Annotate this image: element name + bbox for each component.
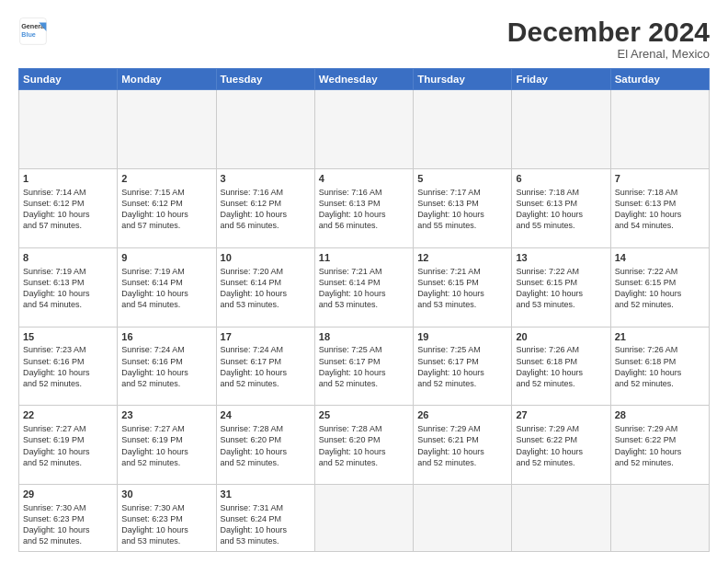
table-row — [414, 485, 512, 552]
daylight-line2: and 52 minutes. — [121, 458, 180, 467]
sunset: Sunset: 6:22 PM — [516, 435, 577, 444]
table-row: 21Sunrise: 7:26 AMSunset: 6:18 PMDayligh… — [610, 327, 709, 406]
sunset: Sunset: 6:13 PM — [615, 199, 677, 208]
day-number: 17 — [221, 330, 311, 344]
table-row: 7Sunrise: 7:18 AMSunset: 6:13 PMDaylight… — [610, 168, 709, 247]
sunrise: Sunrise: 7:29 AM — [516, 424, 579, 433]
daylight-line1: Daylight: 10 hours — [319, 210, 386, 219]
sunrise: Sunrise: 7:28 AM — [319, 424, 382, 433]
daylight-line2: and 52 minutes. — [319, 458, 378, 467]
day-number: 28 — [615, 408, 705, 422]
table-row: 10Sunrise: 7:20 AMSunset: 6:14 PMDayligh… — [216, 247, 314, 327]
sunset: Sunset: 6:18 PM — [516, 357, 577, 366]
sunrise: Sunrise: 7:20 AM — [221, 267, 284, 276]
sunrise: Sunrise: 7:23 AM — [23, 345, 86, 354]
sunset: Sunset: 6:19 PM — [121, 435, 183, 444]
daylight-line1: Daylight: 10 hours — [23, 210, 90, 219]
day-number: 2 — [121, 172, 211, 186]
daylight-line2: and 54 minutes. — [615, 221, 674, 230]
table-row: 27Sunrise: 7:29 AMSunset: 6:22 PMDayligh… — [512, 406, 610, 485]
daylight-line2: and 57 minutes. — [121, 221, 180, 230]
day-number: 21 — [615, 330, 705, 344]
table-row: 31Sunrise: 7:31 AMSunset: 6:24 PMDayligh… — [216, 485, 314, 552]
day-number: 16 — [121, 330, 211, 344]
daylight-line2: and 55 minutes. — [417, 221, 476, 230]
title-block: December 2024 El Arenal, Mexico — [507, 17, 710, 61]
sunset: Sunset: 6:12 PM — [23, 199, 85, 208]
svg-text:Blue: Blue — [21, 30, 36, 39]
day-number: 26 — [417, 408, 507, 422]
sunrise: Sunrise: 7:16 AM — [221, 188, 284, 197]
day-number: 11 — [319, 251, 409, 265]
day-number: 9 — [121, 251, 211, 265]
daylight-line1: Daylight: 10 hours — [121, 368, 188, 377]
table-row — [512, 485, 610, 552]
sunset: Sunset: 6:15 PM — [516, 278, 577, 287]
daylight-line1: Daylight: 10 hours — [417, 289, 484, 298]
daylight-line1: Daylight: 10 hours — [417, 210, 484, 219]
table-row: 5Sunrise: 7:17 AMSunset: 6:13 PMDaylight… — [414, 168, 512, 247]
table-row: 4Sunrise: 7:16 AMSunset: 6:13 PMDaylight… — [314, 168, 413, 247]
sunset: Sunset: 6:19 PM — [23, 435, 85, 444]
sunset: Sunset: 6:14 PM — [319, 278, 381, 287]
calendar-row: 1Sunrise: 7:14 AMSunset: 6:12 PMDaylight… — [19, 168, 710, 247]
sunrise: Sunrise: 7:30 AM — [23, 503, 86, 512]
daylight-line2: and 52 minutes. — [121, 379, 180, 388]
sunset: Sunset: 6:15 PM — [615, 278, 677, 287]
table-row: 11Sunrise: 7:21 AMSunset: 6:14 PMDayligh… — [314, 247, 413, 327]
daylight-line2: and 52 minutes. — [221, 458, 279, 467]
sunrise: Sunrise: 7:25 AM — [319, 345, 382, 354]
sunset: Sunset: 6:20 PM — [319, 435, 381, 444]
table-row — [118, 90, 216, 169]
day-number: 20 — [516, 330, 606, 344]
daylight-line2: and 57 minutes. — [23, 221, 82, 230]
daylight-line2: and 53 minutes. — [221, 300, 279, 309]
daylight-line2: and 56 minutes. — [319, 221, 378, 230]
sunrise: Sunrise: 7:16 AM — [319, 188, 382, 197]
daylight-line2: and 52 minutes. — [615, 458, 674, 467]
daylight-line1: Daylight: 10 hours — [121, 525, 188, 534]
day-number: 12 — [417, 251, 507, 265]
sunset: Sunset: 6:13 PM — [516, 199, 577, 208]
daylight-line2: and 53 minutes. — [221, 536, 279, 546]
table-row: 15Sunrise: 7:23 AMSunset: 6:16 PMDayligh… — [19, 327, 118, 406]
table-row: 12Sunrise: 7:21 AMSunset: 6:15 PMDayligh… — [414, 247, 512, 327]
day-number: 31 — [221, 488, 311, 501]
table-row: 16Sunrise: 7:24 AMSunset: 6:16 PMDayligh… — [118, 327, 216, 406]
daylight-line1: Daylight: 10 hours — [221, 525, 288, 534]
calendar-row: 8Sunrise: 7:19 AMSunset: 6:13 PMDaylight… — [19, 247, 710, 327]
sunset: Sunset: 6:13 PM — [23, 278, 85, 287]
table-row: 23Sunrise: 7:27 AMSunset: 6:19 PMDayligh… — [118, 406, 216, 485]
sunrise: Sunrise: 7:29 AM — [615, 424, 678, 433]
sunrise: Sunrise: 7:19 AM — [23, 267, 86, 276]
col-wednesday: Wednesday — [314, 69, 413, 90]
sunset: Sunset: 6:20 PM — [221, 435, 282, 444]
table-row: 8Sunrise: 7:19 AMSunset: 6:13 PMDaylight… — [19, 247, 118, 327]
table-row: 14Sunrise: 7:22 AMSunset: 6:15 PMDayligh… — [610, 247, 709, 327]
sunset: Sunset: 6:24 PM — [221, 514, 282, 523]
day-number: 22 — [23, 408, 113, 422]
sunset: Sunset: 6:18 PM — [615, 357, 677, 366]
table-row: 18Sunrise: 7:25 AMSunset: 6:17 PMDayligh… — [314, 327, 413, 406]
sunset: Sunset: 6:23 PM — [23, 514, 85, 523]
sunrise: Sunrise: 7:15 AM — [121, 188, 185, 197]
sunrise: Sunrise: 7:29 AM — [417, 424, 481, 433]
table-row: 3Sunrise: 7:16 AMSunset: 6:12 PMDaylight… — [216, 168, 314, 247]
table-row: 22Sunrise: 7:27 AMSunset: 6:19 PMDayligh… — [19, 406, 118, 485]
daylight-line2: and 52 minutes. — [23, 536, 82, 546]
daylight-line2: and 53 minutes. — [417, 300, 476, 309]
daylight-line1: Daylight: 10 hours — [23, 368, 90, 377]
table-row: 13Sunrise: 7:22 AMSunset: 6:15 PMDayligh… — [512, 247, 610, 327]
daylight-line2: and 52 minutes. — [23, 458, 82, 467]
table-row: 26Sunrise: 7:29 AMSunset: 6:21 PMDayligh… — [414, 406, 512, 485]
sunrise: Sunrise: 7:18 AM — [516, 188, 579, 197]
col-sunday: Sunday — [19, 69, 118, 90]
daylight-line1: Daylight: 10 hours — [417, 368, 484, 377]
sunset: Sunset: 6:21 PM — [417, 435, 479, 444]
daylight-line1: Daylight: 10 hours — [23, 447, 90, 456]
daylight-line1: Daylight: 10 hours — [615, 368, 682, 377]
table-row — [610, 90, 709, 169]
col-friday: Friday — [512, 69, 610, 90]
sunrise: Sunrise: 7:25 AM — [417, 345, 481, 354]
header-row: Sunday Monday Tuesday Wednesday Thursday… — [19, 69, 710, 90]
